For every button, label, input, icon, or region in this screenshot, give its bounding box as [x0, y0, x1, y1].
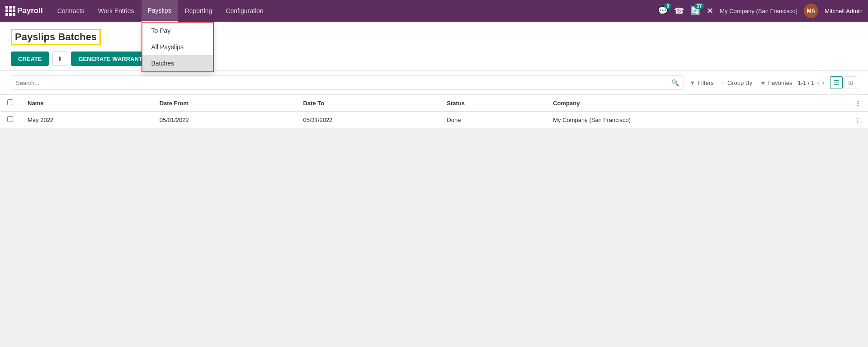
list-controls: 🔍 ▼ Filters ≡ Group By ★ Favorites 1-1 /… — [0, 71, 868, 95]
nav-item-configuration[interactable]: Configuration — [219, 0, 269, 22]
filter-group: ▼ Filters ≡ Group By ★ Favorites — [689, 80, 792, 86]
cell-date-from: 05/01/2022 — [152, 112, 296, 128]
nav-item-payslips[interactable]: Payslips To Pay All Payslips Batches — [142, 0, 178, 22]
phone-icon-btn[interactable]: ☎ — [674, 6, 684, 16]
dropdown-item-to-pay[interactable]: To Pay — [142, 23, 213, 39]
wrench-icon-btn[interactable]: ✕ — [707, 6, 713, 16]
groupby-icon: ≡ — [722, 80, 726, 86]
download-icon: ⬇ — [57, 56, 62, 62]
nav-right: 💬 9 ☎ 🔄 37 ✕ My Company (San Francisco) … — [658, 4, 863, 18]
col-date-to: Date To — [296, 95, 440, 112]
list-view-button[interactable]: ☰ — [830, 76, 843, 89]
top-navigation: Payroll Contracts Work Entries Payslips … — [0, 0, 868, 22]
page-title-row: Payslips Batches — [11, 25, 857, 47]
app-name: Payroll — [17, 6, 43, 15]
col-status: Status — [439, 95, 546, 112]
table-row[interactable]: May 2022 05/01/2022 05/31/2022 Done My C… — [0, 112, 868, 128]
cell-company[interactable]: My Company (San Francisco) — [546, 112, 848, 128]
page-title: Payslips Batches — [11, 29, 101, 45]
search-bar[interactable]: 🔍 — [11, 75, 684, 90]
app-logo: Payroll — [17, 6, 43, 15]
col-company: Company — [546, 95, 848, 112]
groupby-button[interactable]: ≡ Group By — [722, 80, 753, 86]
chat-icon-btn[interactable]: 💬 9 — [658, 6, 668, 16]
cell-date-to: 05/31/2022 — [296, 112, 440, 128]
view-toggle: ☰ ⊞ — [830, 76, 857, 89]
col-name: Name — [20, 95, 152, 112]
phone-icon: ☎ — [674, 6, 684, 16]
pagination: 1-1 / 1 ‹ › — [797, 79, 825, 87]
refresh-badge: 37 — [694, 3, 704, 9]
kanban-view-button[interactable]: ⊞ — [844, 76, 857, 89]
page-header: Payslips Batches CREATE ⬇ GENERATE WARRA… — [0, 22, 868, 71]
wrench-icon: ✕ — [707, 6, 713, 16]
nav-item-reporting[interactable]: Reporting — [179, 0, 219, 22]
nav-item-work-entries[interactable]: Work Entries — [92, 0, 141, 22]
user-name: Mitchell Admin — [825, 8, 863, 14]
filter-icon: ▼ — [689, 80, 695, 86]
col-date-from: Date From — [152, 95, 296, 112]
company-label: My Company (San Francisco) — [720, 8, 797, 14]
cell-name: May 2022 — [20, 112, 152, 128]
table-header-row: Name Date From Date To Status Company ⋮ — [0, 95, 868, 112]
favorites-button[interactable]: ★ Favorites — [760, 80, 792, 86]
toolbar: CREATE ⬇ GENERATE WARRANT PAYSLIPS — [11, 47, 857, 70]
select-all-checkbox[interactable] — [0, 95, 20, 112]
kanban-view-icon: ⊞ — [848, 79, 854, 86]
prev-page-button[interactable]: ‹ — [817, 79, 819, 87]
avatar: MA — [804, 4, 818, 18]
star-icon: ★ — [760, 80, 766, 86]
app-grid-icon[interactable] — [5, 6, 15, 16]
pagination-label: 1-1 / 1 — [797, 80, 814, 86]
chat-badge: 9 — [664, 3, 671, 9]
create-button[interactable]: CREATE — [11, 52, 49, 66]
row-checkbox[interactable] — [0, 112, 20, 128]
refresh-icon-btn[interactable]: 🔄 37 — [690, 6, 700, 16]
search-input[interactable] — [16, 80, 671, 86]
download-button[interactable]: ⬇ — [52, 52, 67, 66]
filters-button[interactable]: ▼ Filters — [689, 80, 713, 86]
search-icon: 🔍 — [671, 79, 679, 86]
nav-links: Contracts Work Entries Payslips To Pay A… — [51, 0, 658, 22]
table-wrap: Name Date From Date To Status Company ⋮ — [0, 95, 868, 128]
row-options-btn[interactable]: ⋮ — [848, 112, 868, 128]
next-page-button[interactable]: › — [822, 79, 825, 87]
content-area — [0, 128, 868, 347]
payslip-batches-table: Name Date From Date To Status Company ⋮ — [0, 95, 868, 128]
cell-status: Done — [439, 112, 546, 128]
col-options[interactable]: ⋮ — [848, 95, 868, 112]
nav-item-contracts[interactable]: Contracts — [51, 0, 91, 22]
dropdown-item-all-payslips[interactable]: All Payslips — [142, 39, 213, 55]
dropdown-item-batches[interactable]: Batches — [142, 55, 213, 71]
list-view-icon: ☰ — [834, 79, 840, 86]
payslips-dropdown: To Pay All Payslips Batches — [142, 22, 214, 72]
